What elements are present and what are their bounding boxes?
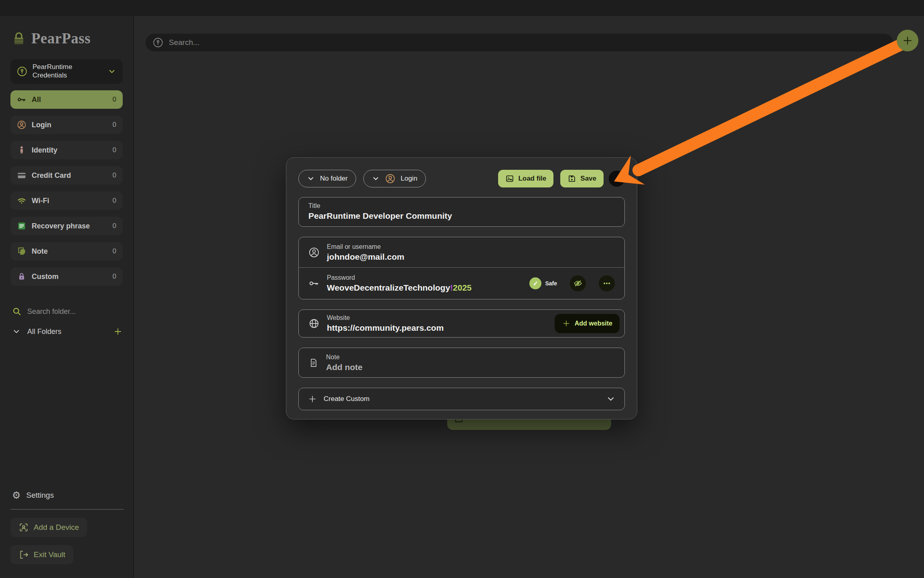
lock-logo-icon xyxy=(11,31,26,46)
vault-selector-dropdown[interactable]: PearRuntime Credentials xyxy=(10,59,123,84)
chevron-down-icon xyxy=(12,327,21,336)
safe-label: Safe xyxy=(545,280,557,287)
all-folders-row[interactable]: All Folders xyxy=(12,327,123,336)
device-frame-person-icon xyxy=(18,522,29,533)
sidebar-item-label: Credit Card xyxy=(32,171,107,180)
save-button-label: Save xyxy=(580,175,596,183)
sidebar-item-wifi[interactable]: Wi-Fi 0 xyxy=(10,191,123,210)
folder-search[interactable]: Search folder... xyxy=(12,307,123,316)
password-field-value: WeoveDecentralizeTechnology!2025 xyxy=(327,283,522,293)
add-device-label: Add a Device xyxy=(34,523,79,532)
sidebar-item-count: 0 xyxy=(113,273,116,281)
add-device-button[interactable]: Add a Device xyxy=(10,518,87,537)
add-website-label: Add website xyxy=(575,320,612,327)
folder-search-placeholder: Search folder... xyxy=(27,307,76,316)
exit-vault-button[interactable]: Exit Vault xyxy=(10,545,73,564)
chevron-down-icon xyxy=(307,175,315,183)
sidebar-item-label: Note xyxy=(32,247,107,256)
sidebar-item-label: Wi-Fi xyxy=(32,197,107,205)
all-folders-label: All Folders xyxy=(27,328,107,336)
sidebar-divider xyxy=(10,509,124,510)
circled-key-icon xyxy=(153,37,163,48)
save-icon xyxy=(455,419,462,422)
settings-label: Settings xyxy=(26,491,54,500)
sidebar-item-label: Recovery phrase xyxy=(32,222,107,230)
settings-button[interactable]: ⚙ Settings xyxy=(0,490,134,500)
sticky-note-icon xyxy=(17,246,26,256)
floppy-disk-icon xyxy=(567,174,576,183)
note-field-label: Note xyxy=(326,354,615,361)
note-field[interactable]: Note Add note xyxy=(298,348,625,378)
type-dropdown[interactable]: Login xyxy=(363,170,426,187)
hide-password-button[interactable] xyxy=(570,275,586,291)
credit-card-icon xyxy=(17,171,26,180)
sidebar-item-count: 0 xyxy=(113,171,116,179)
sidebar-item-label: Custom xyxy=(32,273,107,281)
sidebar-item-label: Login xyxy=(32,121,107,129)
add-credential-button[interactable] xyxy=(897,30,918,51)
window-titlebar xyxy=(0,0,924,16)
vault-selector-label: PearRuntime Credentials xyxy=(32,63,102,79)
title-field-value: PearRuntime Developer Community xyxy=(308,211,615,221)
password-year: 2025 xyxy=(453,283,472,292)
email-field[interactable]: Email or username johndoe@mail.com xyxy=(299,237,624,267)
sidebar-item-login[interactable]: Login 0 xyxy=(10,116,123,134)
person-circle-icon xyxy=(308,247,320,258)
key-icon xyxy=(17,95,26,104)
padlock-icon xyxy=(17,272,26,281)
recovery-phrase-icon xyxy=(17,221,26,231)
exit-icon xyxy=(18,550,29,560)
search-icon xyxy=(12,307,22,316)
person-circle-icon xyxy=(17,120,26,130)
obscured-circular-button[interactable] xyxy=(609,171,625,187)
key-icon xyxy=(308,278,320,289)
website-field[interactable]: Website https://community.pears.com Add … xyxy=(298,309,625,338)
circled-key-icon xyxy=(17,66,27,77)
sidebar-item-count: 0 xyxy=(113,121,116,129)
app-logo: PearPass xyxy=(0,16,133,47)
more-options-button[interactable] xyxy=(599,275,615,291)
pearpass-app-window: PearPass PearRuntime Credentials xyxy=(0,0,924,578)
category-list: All 0 Login 0 xyxy=(10,90,123,286)
folder-dropdown-label: No folder xyxy=(320,175,348,183)
type-dropdown-label: Login xyxy=(401,175,417,183)
wifi-icon xyxy=(17,196,26,206)
title-field-label: Title xyxy=(308,202,615,210)
global-search-input[interactable] xyxy=(169,38,886,47)
create-custom-row[interactable]: Create Custom xyxy=(298,388,625,410)
sidebar-item-all[interactable]: All 0 xyxy=(10,90,123,109)
note-field-placeholder: Add note xyxy=(326,362,615,372)
credentials-group: Email or username johndoe@mail.com Passw… xyxy=(298,237,625,299)
sidebar-item-identity[interactable]: Identity 0 xyxy=(10,141,123,159)
sidebar-item-count: 0 xyxy=(113,146,116,154)
save-button[interactable]: Save xyxy=(560,170,604,187)
sidebar-item-note[interactable]: Note 0 xyxy=(10,242,123,261)
sidebar-item-count: 0 xyxy=(113,247,116,255)
sidebar-item-label: Identity xyxy=(32,146,107,155)
chevron-down-icon xyxy=(107,67,116,76)
create-custom-label: Create Custom xyxy=(324,395,600,403)
password-strength-indicator: ✓ Safe xyxy=(529,277,557,289)
check-icon: ✓ xyxy=(529,277,541,289)
new-credential-modal: No folder Login xyxy=(286,157,637,419)
website-field-label: Website xyxy=(327,314,547,322)
image-icon xyxy=(505,174,514,183)
load-file-button[interactable]: Load file xyxy=(498,170,553,187)
title-field[interactable]: Title PearRuntime Developer Community xyxy=(298,197,625,227)
global-search-bar[interactable] xyxy=(146,34,893,51)
chevron-down-icon xyxy=(606,394,616,404)
folder-dropdown[interactable]: No folder xyxy=(298,170,356,187)
plus-icon xyxy=(308,394,317,404)
sidebar-item-credit-card[interactable]: Credit Card 0 xyxy=(10,166,123,185)
password-field-label: Password xyxy=(327,274,522,281)
sidebar-item-custom[interactable]: Custom 0 xyxy=(10,267,123,286)
person-silhouette-icon xyxy=(17,145,26,155)
sidebar-item-recovery-phrase[interactable]: Recovery phrase 0 xyxy=(10,217,123,235)
add-folder-button[interactable] xyxy=(113,327,123,336)
modal-header: No folder Login xyxy=(298,170,625,187)
email-field-value: johndoe@mail.com xyxy=(327,252,615,262)
password-field[interactable]: Password WeoveDecentralizeTechnology!202… xyxy=(299,267,624,299)
app-logo-text: PearPass xyxy=(31,30,91,47)
document-icon xyxy=(308,358,319,368)
add-website-button[interactable]: Add website xyxy=(555,314,620,333)
